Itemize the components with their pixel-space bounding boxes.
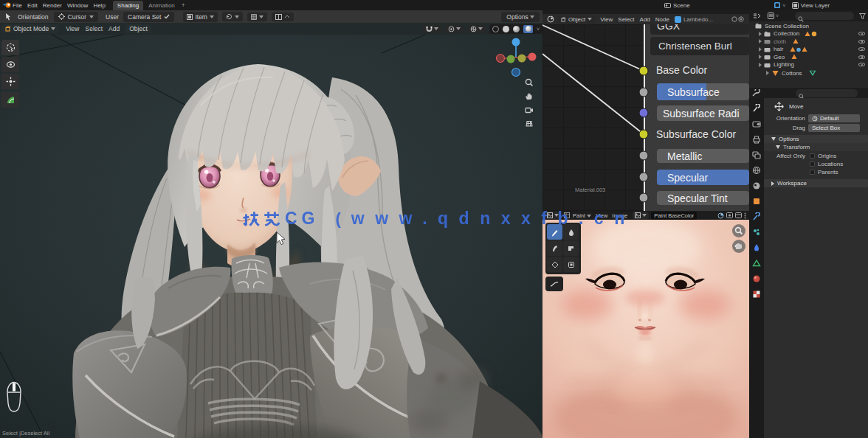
svg-text:Select |Deselect All: Select |Deselect All	[2, 430, 49, 437]
